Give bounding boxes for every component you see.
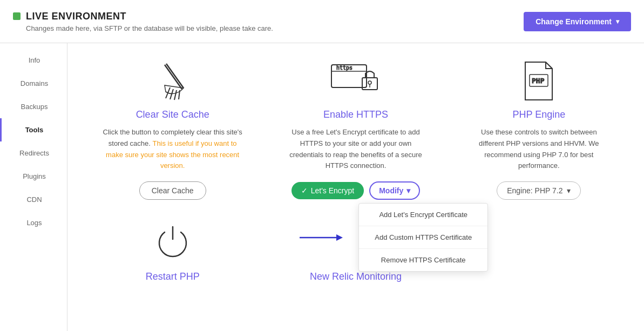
env-indicator-dot <box>13 12 21 20</box>
tools-grid: Clear Site Cache Click the button to com… <box>89 59 622 289</box>
svg-text:https: https <box>336 65 352 71</box>
clear-cache-actions: Clear Cache <box>139 181 206 200</box>
sidebar-item-cdn[interactable]: CDN <box>0 188 67 211</box>
dropdown-arrow <box>300 232 343 243</box>
php-icon: PHP <box>520 59 558 103</box>
php-engine-description: Use these controls to switch between dif… <box>469 127 609 172</box>
main-layout: Info Domains Backups Tools Redirects Plu… <box>0 43 644 331</box>
power-icon <box>154 221 192 265</box>
sidebar-item-backups[interactable]: Backups <box>0 95 67 118</box>
env-title: LIVE ENVIRONMENT <box>26 11 126 22</box>
checkmark-icon: ✓ <box>301 186 308 195</box>
dropdown-item-lets-encrypt[interactable]: Add Let's Encrypt Certificate <box>359 204 487 226</box>
svg-marker-13 <box>336 234 343 241</box>
https-icon: https <box>329 59 383 103</box>
modify-button[interactable]: Modify ▾ <box>369 181 420 200</box>
svg-line-4 <box>174 90 177 100</box>
php-engine-title: PHP Engine <box>512 109 565 120</box>
tool-restart-php: Restart PHP <box>89 221 256 289</box>
chevron-down-icon: ▾ <box>406 186 410 195</box>
svg-line-3 <box>170 89 173 99</box>
tool-php-engine: PHP PHP Engine Use these controls to swi… <box>456 59 622 200</box>
lets-encrypt-button[interactable]: ✓ Let's Encrypt <box>292 182 364 199</box>
enable-https-title: Enable HTTPS <box>323 109 388 120</box>
dropdown-item-remove-https[interactable]: Remove HTTPS Certificate <box>359 249 487 271</box>
enable-https-actions: ✓ Let's Encrypt Modify ▾ <box>292 181 421 200</box>
clear-cache-description: Click the button to completely clear thi… <box>103 127 243 172</box>
svg-line-1 <box>166 64 184 88</box>
modify-dropdown-menu: Add Let's Encrypt Certificate Add Custom… <box>358 203 488 272</box>
restart-php-title: Restart PHP <box>146 271 200 282</box>
tool-enable-https: https Enable HTTPS Use a free Let's Encr… <box>272 59 439 200</box>
dropdown-item-custom-https[interactable]: Add Custom HTTPS Certificate <box>359 226 487 249</box>
broom-icon <box>154 59 192 103</box>
top-banner: LIVE ENVIRONMENT Changes made here, via … <box>0 0 644 43</box>
enable-https-description: Use a free Let's Encrypt certificate to … <box>286 127 426 172</box>
engine-label: Engine: PHP 7.2 <box>507 186 562 195</box>
clear-cache-button[interactable]: Clear Cache <box>139 181 206 200</box>
banner-left: LIVE ENVIRONMENT Changes made here, via … <box>13 11 273 32</box>
change-env-label: Change Environment <box>535 17 612 26</box>
engine-select-button[interactable]: Engine: PHP 7.2 ▾ <box>497 181 581 200</box>
lets-encrypt-label: Let's Encrypt <box>311 186 355 195</box>
sidebar-item-domains[interactable]: Domains <box>0 72 67 95</box>
modify-dropdown-container: Modify ▾ <box>369 181 420 200</box>
env-subtitle: Changes made here, via SFTP or the datab… <box>26 24 273 32</box>
banner-env: LIVE ENVIRONMENT <box>13 11 126 22</box>
new-relic-title: New Relic Monitoring <box>310 271 402 282</box>
sidebar-item-redirects[interactable]: Redirects <box>0 141 67 165</box>
chevron-down-icon: ▾ <box>616 18 619 25</box>
change-environment-button[interactable]: Change Environment ▾ <box>524 12 631 31</box>
php-engine-actions: Engine: PHP 7.2 ▾ <box>497 181 581 200</box>
sidebar-item-plugins[interactable]: Plugins <box>0 165 67 188</box>
sidebar: Info Domains Backups Tools Redirects Plu… <box>0 43 67 331</box>
chevron-down-icon: ▾ <box>567 186 571 195</box>
sidebar-item-logs[interactable]: Logs <box>0 211 67 234</box>
sidebar-item-tools[interactable]: Tools <box>0 118 67 141</box>
clear-cache-title: Clear Site Cache <box>136 109 209 120</box>
content-area: Clear Site Cache Click the button to com… <box>67 43 644 331</box>
tool-clear-cache: Clear Site Cache Click the button to com… <box>89 59 256 200</box>
sidebar-item-info[interactable]: Info <box>0 49 67 72</box>
svg-text:PHP: PHP <box>532 77 545 85</box>
svg-point-10 <box>368 81 371 84</box>
